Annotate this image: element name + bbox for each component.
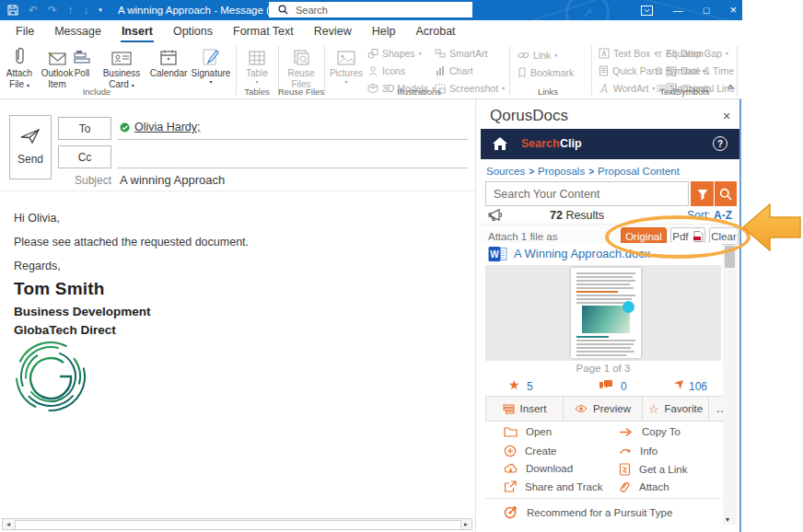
chevron-down-icon: ▾ <box>190 79 232 85</box>
collapse-ribbon-icon[interactable]: ^ <box>727 83 733 94</box>
menu-copy-to[interactable]: Copy To <box>619 426 681 437</box>
menu-download[interactable]: Download <box>504 463 573 474</box>
ribbon-display-options-icon[interactable] <box>641 6 653 16</box>
minimize-icon[interactable]: — <box>673 0 683 20</box>
cc-field[interactable] <box>118 145 468 168</box>
announcement-icon[interactable] <box>488 208 505 223</box>
tab-insert[interactable]: Insert <box>111 20 163 42</box>
cloud-download-icon <box>504 463 518 474</box>
document-thumbnail[interactable] <box>571 268 641 358</box>
filter-button[interactable] <box>691 181 714 206</box>
menu-open[interactable]: Open <box>504 426 552 437</box>
move-up-icon[interactable]: ↑ <box>67 0 73 20</box>
recommend-pursuit-button[interactable]: Recommend for a Pursuit Type <box>504 505 672 519</box>
breadcrumb-proposals[interactable]: Proposals <box>538 166 585 177</box>
signature-name: Tom Smith <box>14 279 105 299</box>
preview-button[interactable]: Preview <box>564 396 643 422</box>
table-button[interactable]: Table ▾ <box>241 44 273 85</box>
subject-value[interactable]: A winning Approach <box>120 173 225 187</box>
tab-review[interactable]: Review <box>304 20 362 42</box>
comments-count: 0 <box>621 380 627 393</box>
document-action-bar: Insert Preview ☆ Favorite ... <box>485 396 737 422</box>
attach-file-button[interactable]: Attach File ▾ <box>3 44 36 90</box>
cc-button[interactable]: Cc <box>58 145 111 168</box>
group-label-reuse-files: Reuse Files <box>273 87 330 97</box>
tab-acrobat[interactable]: Acrobat <box>406 20 466 42</box>
panel-tab-clip[interactable]: Clip <box>560 129 582 159</box>
content-search-input[interactable] <box>485 181 689 206</box>
breadcrumb: Sources>Proposals>Proposal Content <box>486 166 680 177</box>
document-preview-area <box>485 265 721 361</box>
favorites-star-icon[interactable]: ★ <box>508 377 520 392</box>
thumbnail-image <box>582 306 630 333</box>
bookmark-button[interactable]: Bookmark <box>518 67 574 78</box>
scrollbar-thumb[interactable] <box>15 520 461 530</box>
highlight-ellipse-annotation <box>605 215 751 259</box>
symbol-button[interactable]: Ω Symbol▾ <box>656 65 705 76</box>
smartart-button[interactable]: SmartArt <box>435 48 487 59</box>
menu-get-a-link[interactable]: Get a Link <box>619 463 687 476</box>
text-box-button[interactable]: Text Box▾ <box>599 48 657 59</box>
usage-flag-icon[interactable] <box>672 379 685 391</box>
menu-create[interactable]: Create <box>504 445 557 457</box>
menu-share-and-track[interactable]: Share and Track <box>504 480 602 492</box>
omega-icon: Ω <box>656 66 662 76</box>
send-button[interactable]: Send <box>9 115 52 179</box>
signature-button[interactable]: Signature ▾ <box>190 44 232 85</box>
chart-button[interactable]: Chart <box>435 65 473 76</box>
reuse-files-button[interactable]: Reuse Files <box>283 44 320 90</box>
tab-file[interactable]: File <box>6 20 44 42</box>
business-card-button[interactable]: Business Card ▾ <box>98 44 145 90</box>
content-search-button[interactable] <box>715 181 737 206</box>
to-button[interactable]: To <box>58 117 111 140</box>
ribbon-tab-strip: File Message Insert Options Format Text … <box>0 20 742 42</box>
quick-access-toolbar: ↶ ↷ ↑ ↓ ▾ <box>7 0 102 20</box>
customize-qat-icon[interactable]: ▾ <box>99 0 102 20</box>
home-icon[interactable] <box>492 136 508 151</box>
insert-button[interactable]: Insert <box>485 396 564 422</box>
help-icon[interactable]: ? <box>713 136 727 151</box>
scroll-right-icon[interactable]: ▸ <box>460 519 471 529</box>
comments-icon[interactable] <box>599 379 613 391</box>
scroll-down-icon[interactable]: ▾ <box>726 515 729 524</box>
highlight-arrow-annotation <box>742 203 801 252</box>
panel-tab-search[interactable]: Search <box>521 129 560 159</box>
save-icon[interactable] <box>7 5 18 16</box>
body-line-1: Hi Olivia, <box>14 212 60 225</box>
tab-options[interactable]: Options <box>163 20 223 42</box>
compose-horizontal-scrollbar[interactable]: ◂ ▸ <box>2 518 472 530</box>
tab-help[interactable]: Help <box>362 20 406 42</box>
wordart-icon <box>599 83 610 94</box>
menu-attach[interactable]: Attach <box>619 480 669 493</box>
breadcrumb-sources[interactable]: Sources <box>486 166 525 177</box>
close-icon[interactable]: × <box>729 0 737 20</box>
to-field[interactable] <box>118 117 468 140</box>
favorite-button[interactable]: ☆ Favorite <box>643 396 709 422</box>
menu-info[interactable]: Info <box>619 445 658 457</box>
signature-company: GlobaTech Direct <box>14 323 116 337</box>
poll-button[interactable]: Poll <box>68 44 96 79</box>
eye-icon <box>575 404 588 413</box>
tab-format-text[interactable]: Format Text <box>223 20 304 42</box>
panel-close-icon[interactable]: × <box>723 109 730 123</box>
redo-icon[interactable]: ↷ <box>48 0 57 20</box>
tab-message[interactable]: Message <box>44 20 111 42</box>
pictures-button[interactable]: Pictures ▾ <box>329 44 364 85</box>
equation-button[interactable]: π Equation▾ <box>656 48 710 59</box>
calendar-button[interactable]: Calendar <box>146 44 191 79</box>
panel-nav-bar: Search Clip ? <box>481 129 739 159</box>
insert-icon <box>503 404 515 414</box>
maximize-icon[interactable]: □ <box>704 0 710 20</box>
move-down-icon[interactable]: ↓ <box>83 0 88 20</box>
outlook-message-window: ↗ ↶ ↷ ↑ ↓ ▾ A winning Approach - Message… <box>0 0 803 532</box>
breadcrumb-proposal-content[interactable]: Proposal Content <box>598 166 680 177</box>
shapes-button[interactable]: Shapes▾ <box>367 48 422 59</box>
group-label-symbols: Symbols <box>656 87 729 97</box>
link-button[interactable]: Link▾ <box>518 50 557 61</box>
scroll-left-icon[interactable]: ◂ <box>3 519 14 529</box>
panel-scrollbar[interactable]: ▾ <box>723 245 737 525</box>
titlebar-search-box[interactable]: Search <box>269 2 472 17</box>
filter-icon <box>696 188 709 201</box>
icons-button[interactable]: Icons <box>367 65 405 76</box>
undo-icon[interactable]: ↶ <box>29 0 38 20</box>
